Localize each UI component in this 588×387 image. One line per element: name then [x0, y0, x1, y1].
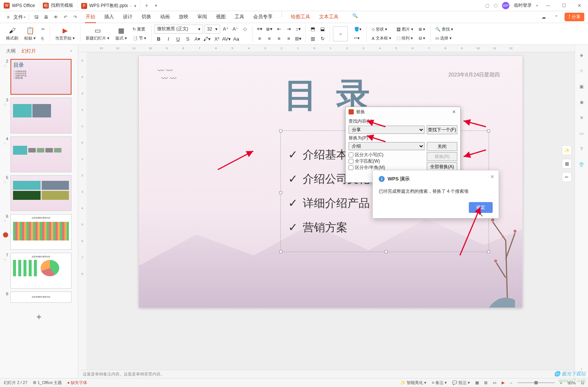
shape-button[interactable]: ◇ 形状 ▾	[370, 25, 393, 34]
tab-animation[interactable]: 动画	[159, 11, 171, 23]
diamond-icon[interactable]: ◈	[578, 51, 585, 59]
case-checkbox[interactable]: 区分大小写(C)	[349, 152, 425, 158]
theme-indicator[interactable]: ⚙ 1_Office 主题	[33, 380, 62, 386]
app-icon[interactable]: ▢	[485, 3, 489, 8]
close-dialog-button[interactable]: 关闭	[427, 142, 457, 151]
tab-view[interactable]: 视图	[215, 11, 226, 23]
thumbnail-5[interactable]	[10, 175, 71, 211]
font-color-button[interactable]: A▾	[193, 35, 201, 43]
slides-tab[interactable]: 幻灯片	[22, 48, 36, 54]
zoom-slider[interactable]	[518, 382, 555, 383]
beautify-button[interactable]: ✨ 智能美化 ▾	[400, 380, 426, 386]
app-tab-templates[interactable]: 稻 找稻壳模板	[39, 0, 77, 11]
user-label[interactable]: 临时登录	[514, 2, 532, 9]
decrease-font-icon[interactable]: A⁻	[231, 25, 239, 33]
group-button[interactable]: ⊞ ▾	[417, 25, 427, 34]
increase-font-icon[interactable]: A⁺	[222, 25, 230, 33]
thumbnail-list[interactable]: 2☆目录✓ 介绍基本信息✓ 介绍公司文化✓ 详细介绍产品✓ 营销方案 3☆ 4☆…	[0, 57, 78, 378]
tab-transition[interactable]: 切换	[141, 11, 152, 23]
find-input[interactable]: 分享	[349, 126, 425, 134]
align-justify-button[interactable]: ≡	[285, 35, 293, 43]
outline-color-button[interactable]: ✏▾	[352, 34, 363, 43]
whole-word-checkbox[interactable]: 全字匹配(W)	[349, 158, 425, 164]
clear-format-icon[interactable]: ◇	[241, 25, 249, 33]
bullets-button[interactable]: ≡▾	[255, 25, 264, 33]
bold-button[interactable]: B	[155, 35, 163, 43]
ai-icon[interactable]: ◉	[578, 98, 585, 106]
tab-slideshow[interactable]: 放映	[178, 11, 189, 23]
layout-icon[interactable]: ▦	[562, 159, 572, 169]
thumbnail-6[interactable]: 这是举例图文图形内容	[10, 214, 71, 250]
thumbnail-7[interactable]: 这是举例图文图形内容	[10, 253, 71, 289]
columns-button[interactable]: ▥	[309, 35, 317, 43]
user-dropdown-icon[interactable]: ▾	[536, 4, 538, 7]
numbering-button[interactable]: ≣▾	[265, 25, 273, 33]
fill-color-button[interactable]: 🪣▾	[352, 25, 363, 34]
indent-right-button[interactable]: ⇥	[285, 25, 293, 33]
help-icon[interactable]: ?	[578, 145, 585, 153]
align-right-button[interactable]: ≡	[275, 35, 283, 43]
line-spacing-button[interactable]: ↕▾	[294, 25, 302, 33]
replace-input[interactable]: 介绍	[349, 142, 425, 150]
reset-button[interactable]: ↻ 重置	[131, 25, 148, 34]
share-button[interactable]: ⤴ 分享	[565, 13, 584, 21]
thumbnail-2[interactable]: 目录✓ 介绍基本信息✓ 介绍公司文化✓ 详细介绍产品✓ 营销方案	[10, 59, 71, 95]
cut-button[interactable]: ✂	[39, 25, 47, 34]
thumbnail-4[interactable]	[10, 136, 71, 172]
thumbnail-8[interactable]: 这是举例图文图形内容	[10, 292, 71, 303]
char-spacing-button[interactable]: AV▾	[222, 35, 231, 43]
strike-button[interactable]: S	[184, 35, 192, 43]
textbox-button[interactable]: A 文本框 ▾	[370, 34, 393, 43]
view-normal-icon[interactable]: ▦	[475, 380, 479, 385]
zoom-out-button[interactable]: −	[510, 381, 512, 385]
tab-drawing-tools[interactable]: 绘图工具	[290, 11, 311, 23]
cube-icon[interactable]: ⬡	[494, 3, 498, 8]
collapse-ribbon-icon[interactable]: ⌃	[552, 13, 561, 22]
save-icon[interactable]: 🖫	[32, 13, 41, 22]
style-icon[interactable]: ✏	[562, 172, 572, 182]
msgbox-close-button[interactable]: ✕	[490, 174, 494, 179]
maximize-button[interactable]: ☐	[558, 0, 569, 11]
format-painter-button[interactable]: 🖌格式刷	[4, 26, 20, 42]
section-button[interactable]: 📑 节 ▾	[131, 34, 148, 43]
file-dropdown-icon[interactable]: ▾	[24, 15, 26, 19]
magic-icon[interactable]: ✨	[562, 145, 572, 155]
shirt-icon[interactable]: 👕	[578, 161, 585, 169]
layout-button[interactable]: ▦版式 ▾	[113, 26, 129, 42]
user-avatar[interactable]: WP	[502, 2, 509, 9]
view-sorter-icon[interactable]: ⊞	[484, 380, 487, 385]
rotate-button[interactable]: ↻	[318, 35, 327, 43]
select-button[interactable]: ▭ 选择 ▾	[433, 34, 455, 43]
thumbnail-3[interactable]	[10, 98, 71, 133]
valign-mid-button[interactable]: ⬓	[318, 25, 327, 33]
search-icon[interactable]: 🔍	[350, 11, 359, 20]
quick-style-button[interactable]: ○	[333, 26, 348, 41]
change-case-button[interactable]: Aa	[232, 35, 240, 43]
picture-button[interactable]: 🖼 图片 ▾	[395, 25, 415, 34]
highlight-button[interactable]: 🖍▾	[203, 35, 211, 43]
notes-button[interactable]: ≡ 备注 ▾	[432, 380, 447, 386]
template-icon[interactable]: ▣	[578, 83, 585, 90]
align-left-button[interactable]: ≡	[255, 35, 264, 43]
text-direction-button[interactable]: ⊞▾	[294, 35, 302, 43]
app-tab-document[interactable]: P WPS PPT教程.pptx ◦ ▾	[77, 0, 140, 11]
find-button[interactable]: 🔍 查找 ▾	[433, 25, 455, 34]
align-center-button[interactable]: ≡	[265, 35, 273, 43]
star-icon[interactable]: ☆	[578, 67, 585, 75]
tab-design[interactable]: 设计	[122, 11, 133, 23]
notes-bar[interactable]: 这里是举例备注内容。这里是举例背景内容。	[78, 370, 575, 378]
add-slide-button[interactable]: +	[3, 306, 75, 328]
tab-review[interactable]: 审阅	[197, 11, 208, 23]
italic-button[interactable]: I	[164, 35, 172, 43]
view-reading-icon[interactable]: ▭	[493, 380, 496, 385]
paste-button[interactable]: 📋粘贴 ▾	[22, 26, 38, 42]
new-slide-button[interactable]: ▭新建幻灯片 ▾	[83, 26, 112, 42]
file-menu[interactable]: 文件	[13, 14, 23, 21]
cloud-icon[interactable]: ☁	[539, 13, 548, 22]
tab-tools[interactable]: 工具	[234, 11, 245, 23]
tools-icon[interactable]: ✕	[578, 114, 585, 122]
app-tab-wps[interactable]: W WPS Office	[0, 0, 39, 11]
tab-dropdown-icon[interactable]: ▾	[153, 3, 159, 8]
close-button[interactable]: ✕	[574, 0, 585, 11]
tab-insert[interactable]: 插入	[104, 11, 115, 23]
